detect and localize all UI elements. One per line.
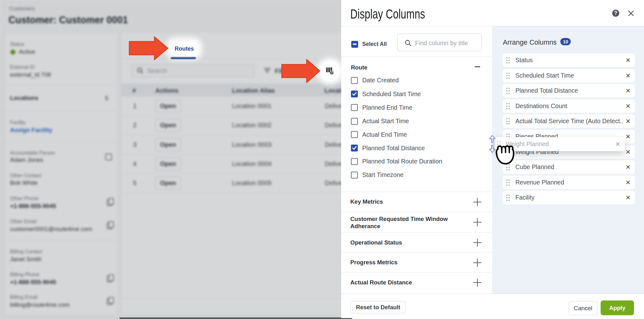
svg-text:?: ? (614, 10, 617, 16)
